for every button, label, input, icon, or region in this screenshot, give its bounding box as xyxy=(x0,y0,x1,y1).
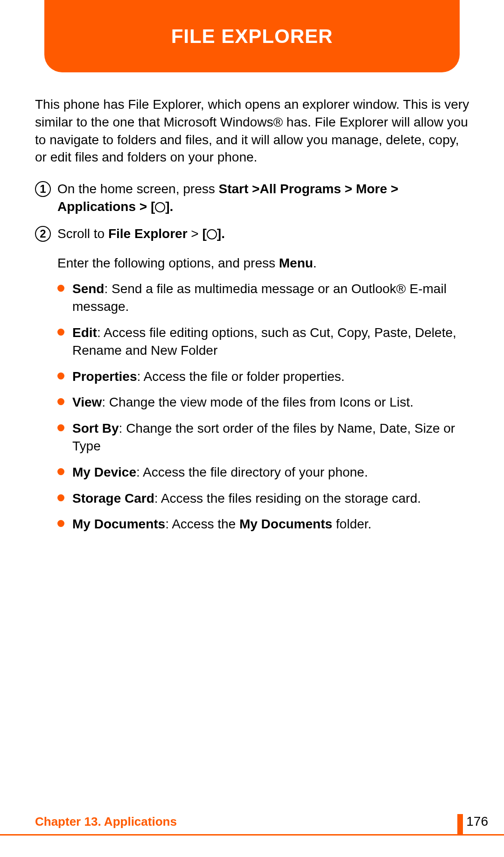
option-storage-card-text: : Access the files residing on the stora… xyxy=(154,491,421,506)
option-storage-card: Storage Card: Access the files residing … xyxy=(57,490,471,507)
option-sort-by-label: Sort By xyxy=(72,421,119,436)
options-intro-a: Enter the following options, and press xyxy=(57,256,279,270)
header-banner: FILE EXPLORER xyxy=(44,0,460,72)
step-2-text-c: > xyxy=(188,226,203,241)
step-1: 1 On the home screen, press Start >All P… xyxy=(35,180,471,216)
option-properties: Properties: Access the file or folder pr… xyxy=(57,368,471,386)
option-sort-by: Sort By: Change the sort order of the fi… xyxy=(57,420,471,455)
options-list: Send: Send a file as multimedia message … xyxy=(57,280,471,533)
footer-tab xyxy=(457,814,463,836)
option-my-device-text: : Access the file directory of your phon… xyxy=(136,465,368,479)
option-my-documents-text-d: folder. xyxy=(332,517,371,531)
intro-paragraph: This phone has File Explorer, which open… xyxy=(35,96,471,166)
footer-page-number: 176 xyxy=(466,814,488,829)
options-intro-b: Menu xyxy=(279,256,313,270)
step-2-bold-b: File Explorer xyxy=(108,226,188,241)
option-my-documents-text-a: : Access the xyxy=(165,517,239,531)
option-send-label: Send xyxy=(72,281,104,296)
page-title: FILE EXPLORER xyxy=(171,25,333,48)
step-2-text-a: Scroll to xyxy=(57,226,108,241)
option-my-device: My Device: Access the file directory of … xyxy=(57,464,471,481)
options-intro-c: . xyxy=(313,256,317,270)
step-1-text-a: On the home screen, press xyxy=(57,182,219,196)
option-properties-label: Properties xyxy=(72,369,137,384)
center-key-icon xyxy=(155,202,165,212)
option-storage-card-label: Storage Card xyxy=(72,491,154,506)
option-sort-by-text: : Change the sort order of the files by … xyxy=(72,421,455,453)
step-1-bold-d: ]. xyxy=(165,199,173,214)
content-body: This phone has File Explorer, which open… xyxy=(35,96,471,533)
option-properties-text: : Access the file or folder properties. xyxy=(137,369,345,384)
step-number-2: 2 xyxy=(35,226,51,242)
option-my-documents-bold-c: My Documents xyxy=(239,517,332,531)
option-edit: Edit: Access file editing options, such … xyxy=(57,324,471,359)
option-view-text: : Change the view mode of the files from… xyxy=(102,395,413,409)
option-send: Send: Send a file as multimedia message … xyxy=(57,280,471,316)
option-view: View: Change the view mode of the files … xyxy=(57,393,471,411)
option-edit-text: : Access file editing options, such as C… xyxy=(72,325,456,358)
step-2-bold-e: ]. xyxy=(217,226,225,241)
option-view-label: View xyxy=(72,395,102,409)
option-edit-label: Edit xyxy=(72,325,97,340)
option-my-documents: My Documents: Access the My Documents fo… xyxy=(57,515,471,533)
step-1-bold-b: Start > xyxy=(219,182,260,196)
step-number-1: 1 xyxy=(35,181,51,197)
footer-chapter: Chapter 13. Applications xyxy=(35,815,177,829)
option-my-documents-label: My Documents xyxy=(72,517,165,531)
footer-line xyxy=(0,834,504,836)
step-2-body: Scroll to File Explorer > []. xyxy=(57,225,471,243)
center-key-icon xyxy=(207,229,217,239)
step-2-bold-d: [ xyxy=(202,226,206,241)
step-2: 2 Scroll to File Explorer > []. xyxy=(35,225,471,243)
option-send-text: : Send a file as multimedia message or a… xyxy=(72,281,447,314)
options-intro: Enter the following options, and press M… xyxy=(57,254,471,272)
option-my-device-label: My Device xyxy=(72,465,136,479)
step-1-body: On the home screen, press Start >All Pro… xyxy=(57,180,471,216)
